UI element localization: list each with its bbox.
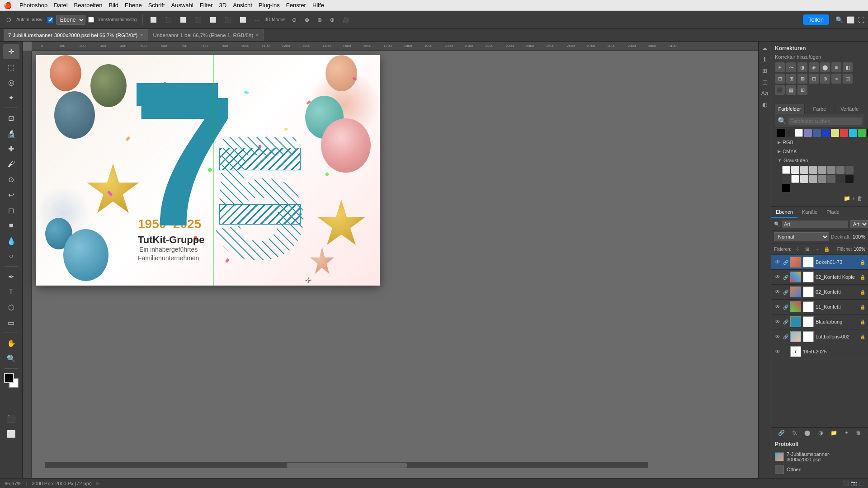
- document-canvas[interactable]: 7 5: [36, 55, 380, 286]
- adj-pattern[interactable]: ⊞: [797, 85, 807, 95]
- adj-lookup[interactable]: ⊕: [820, 74, 830, 84]
- search-icon[interactable]: 🔍: [835, 16, 843, 23]
- auto-select-checkbox[interactable]: [47, 17, 53, 23]
- layer-link-konfetti[interactable]: 🔗: [783, 290, 788, 295]
- 3d-btn2[interactable]: ⊚: [302, 15, 312, 24]
- transformation-checkbox[interactable]: [88, 17, 94, 23]
- fix-all-icon[interactable]: 🔒: [823, 245, 831, 253]
- statusbar-icon-1[interactable]: ⬛: [843, 480, 849, 486]
- layer-folder-icon[interactable]: 📁: [830, 430, 837, 436]
- tab-0-close[interactable]: ✕: [140, 33, 143, 38]
- dodge-tool[interactable]: ○: [3, 249, 19, 263]
- shape-tool[interactable]: ▭: [3, 315, 19, 330]
- swatch-red[interactable]: [840, 129, 848, 137]
- farbfelder-search-input[interactable]: [788, 117, 862, 125]
- path-tool[interactable]: ⬡: [3, 300, 19, 314]
- protokoll-item-0[interactable]: 7-Jubiläumsbanner-3000x2000.psd: [775, 450, 864, 464]
- layer-lock-blaufaerbung[interactable]: 🔒: [860, 319, 865, 324]
- swatch-blue3[interactable]: [822, 129, 830, 137]
- layer-lock-11konfetti[interactable]: 🔒: [860, 305, 865, 310]
- align-left-btn[interactable]: ⬜: [147, 15, 160, 24]
- adj-invert[interactable]: ◲: [843, 74, 853, 84]
- swatch-blue2[interactable]: [813, 129, 821, 137]
- gray-swatch-r4[interactable]: [818, 175, 826, 183]
- group-cmyk[interactable]: ▶ CMYK: [775, 147, 864, 156]
- layer-lock-luftballons[interactable]: 🔒: [860, 334, 865, 339]
- screen-icon[interactable]: ⬜: [847, 16, 854, 23]
- layer-blaufaerbung[interactable]: 👁 🔗 Blaufärbung 🔒: [771, 314, 868, 329]
- sidebar-icon-grid[interactable]: ⊞: [761, 66, 769, 75]
- adj-solidcolor[interactable]: ⬛: [775, 85, 785, 95]
- menu-bearbeiten[interactable]: Bearbeiten: [74, 2, 103, 9]
- statusbar-icon-3[interactable]: ⬚: [859, 480, 863, 486]
- adj-threshold[interactable]: ⊡: [809, 74, 819, 84]
- blur-tool[interactable]: 💧: [3, 234, 19, 248]
- gray-swatch-2[interactable]: [800, 166, 808, 174]
- swatch-green[interactable]: [858, 129, 866, 137]
- layer-link-konfetti-kopie[interactable]: 🔗: [783, 275, 788, 280]
- adj-brightness[interactable]: ☀: [775, 62, 785, 72]
- ebene-select[interactable]: Ebene: [56, 15, 85, 25]
- brush-tool[interactable]: 🖌: [3, 157, 19, 171]
- gray-swatch-r1[interactable]: [791, 175, 799, 183]
- stamp-tool[interactable]: ⊙: [3, 172, 19, 187]
- gray-swatch-3[interactable]: [809, 166, 817, 174]
- menu-ebene[interactable]: Ebene: [125, 2, 142, 9]
- layer-mode-select[interactable]: Normal: [774, 232, 829, 241]
- tab-verlaeufe[interactable]: Verläufe: [835, 104, 864, 114]
- sidebar-icon-adjustments[interactable]: ◐: [761, 100, 769, 109]
- adj-vibrance[interactable]: ◈: [809, 62, 819, 72]
- layer-eye-luftballons[interactable]: 👁: [774, 333, 781, 340]
- swatch-darkgray[interactable]: [786, 129, 794, 137]
- gray-swatch-r3[interactable]: [809, 175, 817, 183]
- text-tool[interactable]: T: [3, 285, 19, 299]
- history-brush[interactable]: ↩: [3, 188, 19, 202]
- layer-konfetti[interactable]: 👁 🔗 02_Konfetti 🔒: [771, 285, 868, 300]
- fix-position-icon[interactable]: ⊹: [793, 245, 801, 253]
- sidebar-icon-text[interactable]: Aa: [760, 89, 770, 98]
- gray-swatch-r8[interactable]: [782, 184, 790, 192]
- layer-link-bokeh[interactable]: 🔗: [783, 260, 788, 265]
- layer-eye-konfetti[interactable]: 👁: [774, 289, 781, 295]
- wand-tool[interactable]: ✦: [3, 90, 19, 105]
- menu-plugins[interactable]: Plug-ins: [259, 2, 280, 9]
- layer-adjustment-icon[interactable]: ◑: [818, 430, 823, 436]
- layer-link-icon[interactable]: 🔗: [778, 430, 785, 436]
- adj-gradient[interactable]: ▦: [786, 85, 796, 95]
- layer-link-blaufaerbung[interactable]: 🔗: [783, 319, 788, 324]
- gray-swatch-8[interactable]: [782, 175, 790, 183]
- group-rgb[interactable]: ▶ RGB: [775, 138, 864, 147]
- swatch-black[interactable]: [777, 129, 785, 137]
- gray-swatch-r2[interactable]: [800, 175, 808, 183]
- zoom-tool[interactable]: 🔍: [3, 351, 19, 366]
- layer-bokeh01-73[interactable]: 👁 🔗 Bokeh01-73 🔒: [771, 255, 868, 270]
- menu-filter[interactable]: Filter: [200, 2, 213, 9]
- tab-farbe[interactable]: Farbe: [805, 104, 835, 114]
- gray-swatch-5[interactable]: [827, 166, 835, 174]
- fullscreen-icon[interactable]: ⛶: [858, 16, 864, 23]
- swatch-cyan[interactable]: [849, 129, 857, 137]
- quick-mask-btn[interactable]: ⬛: [3, 411, 19, 426]
- eraser-tool[interactable]: ◻: [3, 203, 19, 217]
- layer-luftballons[interactable]: 👁 🔗 Luftballons-002 🔒: [771, 329, 868, 344]
- layer-lock-konfetti-kopie[interactable]: 🔒: [860, 275, 865, 280]
- layer-link-luftballons[interactable]: 🔗: [783, 334, 788, 339]
- gray-swatch-r6[interactable]: [836, 175, 844, 183]
- menu-hilfe[interactable]: Hilfe: [312, 2, 324, 9]
- menu-ansicht[interactable]: Ansicht: [233, 2, 252, 9]
- hand-tool[interactable]: ✋: [3, 336, 19, 350]
- tab-0[interactable]: 7-Jubiläumsbanner-3000x2000.psd bei 66,7…: [4, 29, 148, 41]
- fg-color-box[interactable]: [4, 373, 14, 383]
- layer-eye-konfetti-kopie[interactable]: 👁: [774, 274, 781, 280]
- sidebar-icon-layers[interactable]: ◫: [761, 77, 769, 87]
- layer-eye-1950[interactable]: 👁: [774, 348, 781, 355]
- gray-swatch-7[interactable]: [845, 166, 854, 174]
- layer-mask-icon[interactable]: ⬤: [804, 430, 810, 436]
- adj-mixer[interactable]: ⊞: [786, 74, 796, 84]
- align-center-v-btn[interactable]: ⬜: [207, 15, 219, 24]
- menu-fenster[interactable]: Fenster: [286, 2, 306, 9]
- layer-eye-bokeh[interactable]: 👁: [774, 259, 781, 265]
- 3d-btn5[interactable]: 🎥: [340, 15, 352, 24]
- move-tool-btn[interactable]: ⬡: [4, 15, 14, 24]
- adj-photofilter[interactable]: ⊟: [775, 74, 785, 84]
